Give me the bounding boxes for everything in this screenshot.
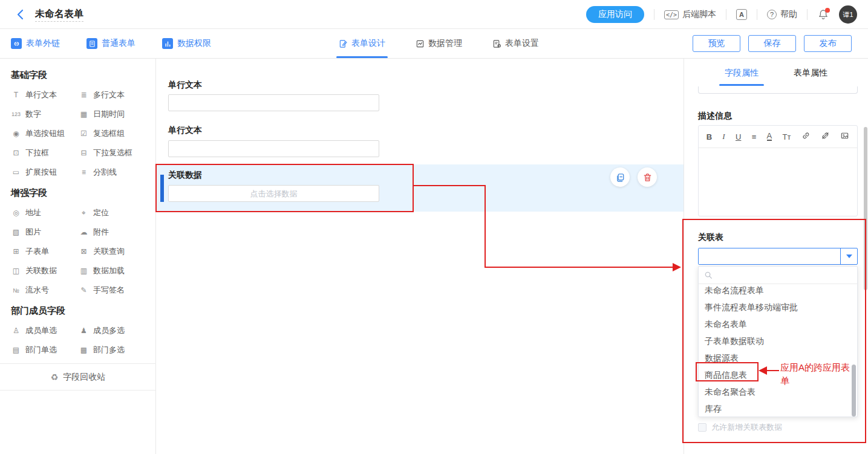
linked-data-picker-input[interactable] <box>168 185 379 202</box>
delete-field-button[interactable] <box>638 167 657 187</box>
dropdown-scrollbar[interactable] <box>852 365 856 417</box>
external-link-icon <box>11 38 22 49</box>
tab-data-management[interactable]: 数据管理 <box>416 29 462 58</box>
font-size-icon[interactable]: Tт <box>783 132 791 141</box>
linked-data-field-selected[interactable]: 关联数据 <box>156 164 684 212</box>
tab-form-design[interactable]: 表单设计 <box>339 29 385 58</box>
field-type-label: 子表单 <box>25 246 49 257</box>
checkbox-unchecked-icon[interactable] <box>698 423 706 432</box>
field-type-item[interactable]: T单行文本 <box>11 85 79 105</box>
dropdown-option[interactable]: 库存 <box>699 400 857 417</box>
duplicate-field-button[interactable] <box>610 167 630 187</box>
dropdown-option[interactable]: 事件流程表单移动端审批 <box>699 299 857 316</box>
avatar[interactable]: 谭1 <box>839 5 857 24</box>
italic-icon[interactable]: I <box>722 132 725 141</box>
tab-field-properties[interactable]: 字段属性 <box>725 59 759 87</box>
save-button[interactable]: 保存 <box>748 35 796 52</box>
tab-form-design-label: 表单设计 <box>351 38 385 49</box>
translate-icon[interactable]: A <box>736 9 747 20</box>
field-title-input-partial[interactable] <box>698 86 858 94</box>
address-icon: ◎ <box>11 209 21 217</box>
single-line-text-input[interactable] <box>168 94 379 111</box>
field-type-item[interactable]: ♟成员多选 <box>79 321 146 340</box>
help-label: 帮助 <box>780 9 797 20</box>
field-type-item[interactable]: ≡分割线 <box>79 163 146 182</box>
description-rich-text-editor[interactable]: B I U ≡ A Tт <box>698 125 858 216</box>
field-type-item[interactable]: ▦日期时间 <box>79 105 146 124</box>
field-recycle-bin-button[interactable]: ♻ 字段回收站 <box>0 363 156 391</box>
dropdown-option[interactable]: 未命名聚合表 <box>699 383 857 400</box>
field-type-item[interactable]: ≣多行文本 <box>79 85 146 105</box>
field-type-item[interactable]: 123数字 <box>11 105 79 124</box>
app-access-button[interactable]: 应用访问 <box>586 6 644 23</box>
field-type-item[interactable]: ⊡下拉框 <box>11 143 79 163</box>
underline-icon[interactable]: U <box>736 132 741 141</box>
publish-button[interactable]: 发布 <box>804 35 852 52</box>
tab-form-properties[interactable]: 表单属性 <box>794 59 827 87</box>
notification-bell-icon[interactable] <box>817 8 829 21</box>
tab-form-settings-label: 表单设置 <box>505 38 539 49</box>
remove-link-icon[interactable] <box>821 131 830 142</box>
field-type-item[interactable]: ▭扩展按钮 <box>11 163 79 182</box>
back-icon[interactable] <box>15 8 27 21</box>
notification-dot <box>825 8 830 13</box>
field-type-item[interactable]: ▧图片 <box>11 222 79 242</box>
description-label: 描述信息 <box>698 111 732 122</box>
field-type-item[interactable]: ◉单选按钮组 <box>11 124 79 143</box>
data-permission-icon <box>162 38 173 49</box>
single-line-text-input[interactable] <box>168 140 379 157</box>
insert-image-icon[interactable] <box>840 131 849 142</box>
field-type-item[interactable]: ◎地址 <box>11 203 79 222</box>
normal-form-button[interactable]: 普通表单 <box>86 38 135 49</box>
bold-icon[interactable]: B <box>706 132 712 141</box>
field-type-item[interactable]: ⊠关联查询 <box>79 242 146 261</box>
field-type-item[interactable]: ▩部门多选 <box>79 340 146 360</box>
select-caret-area[interactable] <box>840 248 857 264</box>
relation-table-select[interactable] <box>698 248 858 265</box>
field-type-item[interactable]: ⊟下拉复选框 <box>79 143 146 163</box>
data-load-icon: ▥ <box>79 267 89 275</box>
help-button[interactable]: ? 帮助 <box>767 9 797 20</box>
tab-form-settings[interactable]: 表单设置 <box>492 29 539 58</box>
panel-scrollbar[interactable] <box>864 127 867 290</box>
code-icon: </> <box>664 10 679 19</box>
data-permission-button[interactable]: 数据权限 <box>162 38 211 49</box>
field-type-item[interactable]: ⌖定位 <box>79 203 146 222</box>
dropdown-option[interactable]: 子表单数据联动 <box>699 332 857 349</box>
dropdown-option[interactable]: 数据源表 <box>699 349 857 366</box>
field-type-item[interactable]: ☁附件 <box>79 222 146 242</box>
field-type-label: 成员单选 <box>25 325 57 336</box>
backend-script-button[interactable]: </> 后端脚本 <box>664 9 716 20</box>
field-type-item[interactable]: ♙成员单选 <box>11 321 79 340</box>
signature-icon: ✎ <box>79 286 89 294</box>
dropdown-option[interactable]: 未命名流程表单 <box>699 285 857 299</box>
dropdown-option[interactable]: 未命名表单 <box>699 316 857 332</box>
form-external-link-button[interactable]: 表单外链 <box>11 38 60 49</box>
field-type-item[interactable]: №流水号 <box>11 281 79 300</box>
description-editor-content[interactable] <box>699 148 857 216</box>
trash-icon <box>642 172 653 183</box>
dropdown-search-row[interactable] <box>699 267 857 284</box>
field-type-item[interactable]: ✎手写签名 <box>79 281 146 300</box>
field-type-label: 复选框组 <box>93 128 125 139</box>
field-type-item[interactable]: ⊞子表单 <box>11 242 79 261</box>
preview-button[interactable]: 预览 <box>693 35 740 52</box>
checkbox-group-icon: ☑ <box>79 129 89 138</box>
field-type-item[interactable]: ▤部门单选 <box>11 340 79 360</box>
field-type-item[interactable]: ▥数据加载 <box>79 261 146 281</box>
page-title[interactable]: 未命名表单 <box>35 8 83 22</box>
insert-link-icon[interactable] <box>801 131 811 142</box>
linked-query-icon: ⊠ <box>79 247 89 256</box>
field-type-item[interactable]: ◫关联数据 <box>11 261 79 281</box>
field-type-label: 下拉复选框 <box>93 148 132 158</box>
field-type-label: 扩展按钮 <box>25 167 57 178</box>
font-color-icon[interactable]: A <box>767 132 772 141</box>
align-icon[interactable]: ≡ <box>752 132 757 141</box>
relation-table-select-input[interactable] <box>699 248 840 264</box>
dropdown-option-product-info[interactable]: 商品信息表 <box>699 366 857 383</box>
section-title-basic-fields: 基础字段 <box>11 70 155 85</box>
field-type-item[interactable]: ☑复选框组 <box>79 124 146 143</box>
member-single-icon: ♙ <box>11 326 21 335</box>
dropdown-search-input[interactable] <box>717 271 852 280</box>
section-title-enhanced-fields: 增强字段 <box>11 187 155 203</box>
